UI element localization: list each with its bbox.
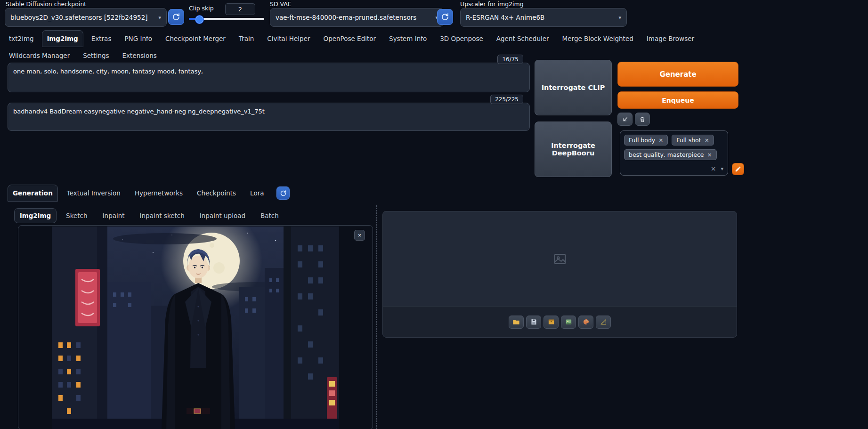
negative-token-counter: 225/225 bbox=[490, 95, 523, 104]
styles-dropdown[interactable]: Full body × Full shot × best quality, ma… bbox=[620, 130, 728, 176]
main-tab-merge-block-weighted[interactable]: Merge Block Weighted bbox=[557, 30, 639, 47]
tab-checkpoints[interactable]: Checkpoints bbox=[192, 185, 241, 202]
ruler-icon bbox=[600, 318, 607, 325]
clip-skip-value[interactable]: 2 bbox=[225, 3, 255, 15]
arrow-down-left-icon bbox=[622, 116, 629, 123]
styles-controls: × ▾ bbox=[711, 165, 723, 172]
main-tab-extras[interactable]: Extras bbox=[86, 30, 117, 47]
chevron-down-icon[interactable]: ▾ bbox=[721, 166, 723, 171]
clear-prompt-button[interactable] bbox=[635, 113, 650, 126]
output-toolbar bbox=[383, 307, 737, 337]
slider-handle[interactable] bbox=[195, 16, 203, 24]
remove-style-icon[interactable]: × bbox=[658, 138, 663, 143]
remove-style-icon[interactable]: × bbox=[707, 152, 712, 158]
remove-style-icon[interactable]: × bbox=[705, 138, 709, 143]
main-tab-bar: txt2img img2img Extras PNG Info Checkpoi… bbox=[4, 30, 748, 64]
floppy-icon bbox=[530, 318, 537, 325]
tab-batch[interactable]: Batch bbox=[255, 208, 284, 223]
tab-inpaint-sketch[interactable]: Inpaint sketch bbox=[134, 208, 190, 223]
image-placeholder-icon bbox=[553, 252, 567, 266]
main-tab-image-browser[interactable]: Image Browser bbox=[641, 30, 699, 47]
refresh-icon bbox=[441, 13, 449, 21]
style-chip[interactable]: Full shot × bbox=[672, 135, 714, 146]
checkpoint-value: blueboys2D_v30.safetensors [522fb24952] bbox=[10, 14, 147, 21]
refresh-icon bbox=[280, 190, 287, 197]
package-icon bbox=[548, 318, 555, 325]
sd-vae-label: SD VAE bbox=[270, 0, 292, 8]
checkpoint-label: Stable Diffusion checkpoint bbox=[6, 0, 86, 8]
folder-icon bbox=[512, 318, 520, 326]
pencil-icon bbox=[735, 166, 741, 172]
main-tab-extensions[interactable]: Extensions bbox=[117, 47, 162, 64]
close-icon: × bbox=[358, 232, 362, 239]
output-gallery-view bbox=[383, 211, 737, 307]
main-tab-system-info[interactable]: System Info bbox=[384, 30, 432, 47]
tab-inpaint-upload[interactable]: Inpaint upload bbox=[194, 208, 251, 223]
save-image-button[interactable] bbox=[526, 316, 541, 329]
generate-button[interactable]: Generate bbox=[617, 62, 738, 87]
remove-image-button[interactable]: × bbox=[354, 230, 365, 241]
positive-prompt-block: 16/75 one man, solo, handsome, city, moo… bbox=[8, 63, 530, 92]
send-to-extras-button[interactable] bbox=[596, 316, 611, 329]
negative-prompt-input[interactable]: badhandv4 BadDream easynegative negative… bbox=[8, 103, 530, 131]
interrogate-clip-button[interactable]: Interrogate CLIP bbox=[535, 60, 612, 115]
send-to-img2img-button[interactable] bbox=[561, 316, 576, 329]
main-tab-wildcards-manager[interactable]: Wildcards Manager bbox=[4, 47, 75, 64]
positive-prompt-input[interactable]: one man, solo, handsome, city, moon, fan… bbox=[8, 63, 530, 92]
tab-sketch[interactable]: Sketch bbox=[60, 208, 93, 223]
style-chip[interactable]: Full body × bbox=[624, 135, 668, 146]
main-tab-png-info[interactable]: PNG Info bbox=[119, 30, 157, 47]
tab-lora[interactable]: Lora bbox=[245, 185, 269, 202]
tab-inpaint[interactable]: Inpaint bbox=[97, 208, 130, 223]
main-tab-checkpoint-merger[interactable]: Checkpoint Merger bbox=[160, 30, 231, 47]
negative-prompt-block: 225/225 badhandv4 BadDream easynegative … bbox=[8, 103, 530, 131]
paste-params-button[interactable] bbox=[617, 113, 633, 126]
main-tab-3d-openpose[interactable]: 3D Openpose bbox=[435, 30, 488, 47]
main-tab-txt2img[interactable]: txt2img bbox=[4, 30, 39, 47]
edit-styles-button[interactable] bbox=[732, 163, 744, 175]
tab-generation[interactable]: Generation bbox=[8, 185, 58, 202]
sd-vae-value: vae-ft-mse-840000-ema-pruned.safetensors bbox=[276, 14, 416, 21]
style-chip-label: best quality, masterpiece bbox=[629, 151, 704, 158]
palette-icon bbox=[583, 318, 590, 325]
style-chip-label: Full shot bbox=[676, 137, 701, 144]
refresh-vae-button[interactable] bbox=[437, 9, 453, 25]
upscaler-dropdown[interactable]: R-ESRGAN 4x+ Anime6B ▾ bbox=[460, 8, 627, 27]
style-chip-label: Full body bbox=[629, 137, 655, 144]
main-tab-train[interactable]: Train bbox=[234, 30, 259, 47]
save-zip-button[interactable] bbox=[544, 316, 559, 329]
main-tab-openpose-editor[interactable]: OpenPose Editor bbox=[318, 30, 381, 47]
tab-img2img-mode[interactable]: img2img bbox=[14, 208, 57, 223]
clip-skip-slider[interactable] bbox=[189, 16, 264, 23]
styles-chip-list: Full body × Full shot × best quality, ma… bbox=[624, 135, 724, 160]
main-tab-agent-scheduler[interactable]: Agent Scheduler bbox=[491, 30, 554, 47]
style-chip[interactable]: best quality, masterpiece × bbox=[624, 149, 717, 160]
upscaler-label: Upscaler for img2img bbox=[460, 0, 524, 8]
refresh-icon bbox=[172, 13, 180, 21]
main-tab-civitai-helper[interactable]: Civitai Helper bbox=[262, 30, 315, 47]
open-folder-button[interactable] bbox=[509, 316, 524, 329]
interrogate-deepbooru-button[interactable]: Interrogate DeepBooru bbox=[535, 121, 612, 177]
column-divider[interactable] bbox=[376, 205, 377, 429]
positive-token-counter: 16/75 bbox=[497, 55, 523, 64]
enqueue-button[interactable]: Enqueue bbox=[617, 91, 738, 109]
main-tab-img2img[interactable]: img2img bbox=[42, 30, 83, 47]
img2img-mode-tab-bar: img2img Sketch Inpaint Inpaint sketch In… bbox=[14, 208, 284, 223]
clip-skip-label: Clip skip bbox=[189, 5, 214, 12]
generation-tab-bar: Generation Textual Inversion Hypernetwor… bbox=[8, 185, 290, 202]
tab-textual-inversion[interactable]: Textual Inversion bbox=[62, 185, 126, 202]
checkpoint-dropdown[interactable]: blueboys2D_v30.safetensors [522fb24952] … bbox=[5, 8, 167, 27]
source-image-preview[interactable] bbox=[52, 227, 339, 429]
send-to-inpaint-button[interactable] bbox=[578, 316, 593, 329]
tab-hypernetworks[interactable]: Hypernetworks bbox=[130, 185, 188, 202]
picture-icon bbox=[565, 318, 572, 325]
upscaler-value: R-ESRGAN 4x+ Anime6B bbox=[466, 14, 544, 21]
source-image-panel: × bbox=[18, 225, 373, 429]
sd-vae-dropdown[interactable]: vae-ft-mse-840000-ema-pruned.safetensors… bbox=[270, 8, 444, 27]
chevron-down-icon: ▾ bbox=[158, 15, 161, 21]
refresh-extra-networks-button[interactable] bbox=[276, 186, 290, 200]
clear-styles-icon[interactable]: × bbox=[711, 165, 716, 172]
refresh-checkpoint-button[interactable] bbox=[168, 9, 184, 25]
trash-icon bbox=[639, 116, 646, 123]
main-tab-settings[interactable]: Settings bbox=[78, 47, 114, 64]
